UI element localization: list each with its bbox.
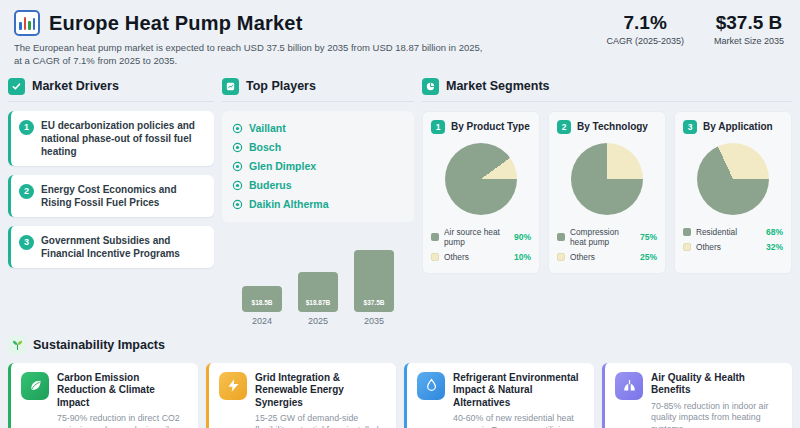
- lungs-icon: [615, 372, 643, 400]
- pie-chart-application: [697, 143, 769, 215]
- market-segments-title: Market Segments: [446, 79, 550, 93]
- pie-chart-technology: [571, 143, 643, 215]
- header-stats: 7.1% CAGR (2025-2035) $37.5 B Market Siz…: [606, 12, 784, 46]
- top-players-header: Top Players: [222, 78, 414, 102]
- legend-row: Others 10%: [431, 250, 531, 265]
- sustainability-card-carbon: Carbon Emission Reduction & Climate Impa…: [8, 363, 198, 428]
- legend-percent: 32%: [766, 242, 783, 252]
- sustainability-card-title: Refrigerant Environmental Impact & Natur…: [453, 372, 584, 410]
- legend-percent: 25%: [640, 252, 657, 262]
- sustainability-card-desc: 70-85% reduction in indoor air quality i…: [651, 401, 782, 428]
- list-item: Daikin Altherma: [232, 195, 404, 214]
- check-icon: [8, 78, 25, 95]
- bar-chart-icon: [14, 10, 40, 36]
- target-icon: [232, 180, 243, 191]
- sustainability-card-title: Grid Integration & Renewable Energy Syne…: [255, 372, 386, 410]
- market-segments-section: Market Segments 1 By Product Type Air so…: [422, 78, 792, 326]
- driver-text: Government Subsidies and Financial Incen…: [41, 234, 206, 260]
- sustainability-card-refrigerant: Refrigerant Environmental Impact & Natur…: [404, 363, 594, 428]
- driver-number-badge: 3: [19, 235, 34, 250]
- x-tick-label: 2035: [354, 316, 394, 326]
- bolt-icon: [219, 372, 247, 400]
- legend-row: Air source heat pump 90%: [431, 225, 531, 250]
- sustainability-card-air-quality: Air Quality & Health Benefits 70-85% red…: [602, 363, 792, 428]
- sustainability-card-title: Carbon Emission Reduction & Climate Impa…: [57, 372, 188, 410]
- list-item: Vaillant: [232, 119, 404, 138]
- market-segments-header: Market Segments: [422, 78, 792, 102]
- segment-number-badge: 3: [683, 120, 697, 134]
- segment-title: By Application: [703, 121, 773, 132]
- legend-label: Residential: [696, 227, 737, 237]
- bar-2035: $37.5B: [354, 250, 394, 312]
- legend-percent: 90%: [514, 232, 531, 242]
- player-name: Buderus: [249, 179, 292, 191]
- sustainability-section: Sustainability Impacts Carbon Emission R…: [0, 326, 800, 428]
- sustainability-header: Sustainability Impacts: [8, 336, 792, 354]
- segment-card-product-type: 1 By Product Type Air source heat pump 9…: [422, 111, 540, 274]
- legend-swatch: [431, 253, 439, 261]
- stat-cagr: 7.1% CAGR (2025-2035): [606, 12, 684, 46]
- legend-percent: 68%: [766, 227, 783, 237]
- stat-cagr-value: 7.1%: [606, 12, 684, 34]
- bar-2025: $18.87B: [298, 272, 338, 312]
- segment-card-technology: 2 By Technology Compression heat pump 75…: [548, 111, 666, 274]
- pie-chart-icon: [422, 78, 439, 95]
- segment-title: By Product Type: [451, 121, 530, 132]
- market-drivers-section: Market Drivers 1 EU decarbonization poli…: [8, 78, 214, 326]
- header: Europe Heat Pump Market The European hea…: [0, 0, 800, 72]
- legend-swatch: [431, 233, 439, 241]
- driver-number-badge: 1: [19, 120, 34, 135]
- driver-card: 3 Government Subsidies and Financial Inc…: [8, 226, 214, 268]
- legend-label: Air source heat pump: [444, 227, 509, 247]
- players-list: Vaillant Bosch Glen Dimplex Buderus Daik…: [222, 111, 414, 222]
- player-name: Vaillant: [249, 122, 286, 134]
- driver-card: 1 EU decarbonization policies and nation…: [8, 111, 214, 166]
- bar-2024: $18.5B: [242, 286, 282, 312]
- legend-label: Others: [570, 252, 595, 262]
- pie-chart-product-type: [445, 143, 517, 215]
- segment-card-application: 3 By Application Residential 68% Others …: [674, 111, 792, 274]
- legend-row: Others 32%: [683, 240, 783, 255]
- stat-market-size-value: $37.5 B: [714, 12, 784, 34]
- legend-row: Compression heat pump 75%: [557, 225, 657, 250]
- page-title: Europe Heat Pump Market: [49, 12, 303, 35]
- target-icon: [232, 142, 243, 153]
- target-icon: [232, 123, 243, 134]
- market-drivers-header: Market Drivers: [8, 78, 214, 102]
- stat-market-size-label: Market Size 2035: [714, 36, 784, 46]
- list-item: Glen Dimplex: [232, 157, 404, 176]
- bar-chart-x-axis: 2024 2025 2035: [222, 316, 414, 326]
- bar-value-label: $37.5B: [354, 299, 394, 306]
- sustainability-card-desc: 15-25 GW of demand-side flexibility pote…: [255, 413, 386, 428]
- legend-percent: 10%: [514, 252, 531, 262]
- legend-row: Residential 68%: [683, 225, 783, 240]
- market-drivers-title: Market Drivers: [32, 79, 119, 93]
- legend-swatch: [683, 228, 691, 236]
- x-tick-label: 2025: [298, 316, 338, 326]
- seedling-icon: [8, 336, 26, 354]
- bar-value-label: $18.5B: [242, 299, 282, 306]
- legend-label: Compression heat pump: [570, 227, 635, 247]
- driver-number-badge: 2: [19, 184, 34, 199]
- stat-market-size: $37.5 B Market Size 2035: [714, 12, 784, 46]
- legend-label: Others: [696, 242, 721, 252]
- medal-icon: [222, 78, 239, 95]
- market-size-bar-chart: $18.5B $18.87B $37.5B: [222, 234, 414, 312]
- sustainability-title: Sustainability Impacts: [33, 338, 165, 352]
- legend-swatch: [557, 253, 565, 261]
- page-subtitle: The European heat pump market is expecte…: [14, 41, 484, 68]
- droplet-icon: [417, 372, 445, 400]
- sustainability-card-desc: 75-90% reduction in direct CO2 emissions…: [57, 413, 188, 428]
- player-name: Daikin Altherma: [249, 198, 329, 210]
- legend-label: Others: [444, 252, 469, 262]
- driver-text: EU decarbonization policies and national…: [41, 119, 206, 158]
- bar-value-label: $18.87B: [298, 299, 338, 306]
- target-icon: [232, 199, 243, 210]
- legend-swatch: [683, 243, 691, 251]
- infographic-page: Europe Heat Pump Market The European hea…: [0, 0, 800, 428]
- legend-row: Others 25%: [557, 250, 657, 265]
- x-tick-label: 2024: [242, 316, 282, 326]
- top-players-title: Top Players: [246, 79, 316, 93]
- main-content: Market Drivers 1 EU decarbonization poli…: [0, 72, 800, 326]
- top-players-section: Top Players Vaillant Bosch Glen Dimplex: [222, 78, 414, 326]
